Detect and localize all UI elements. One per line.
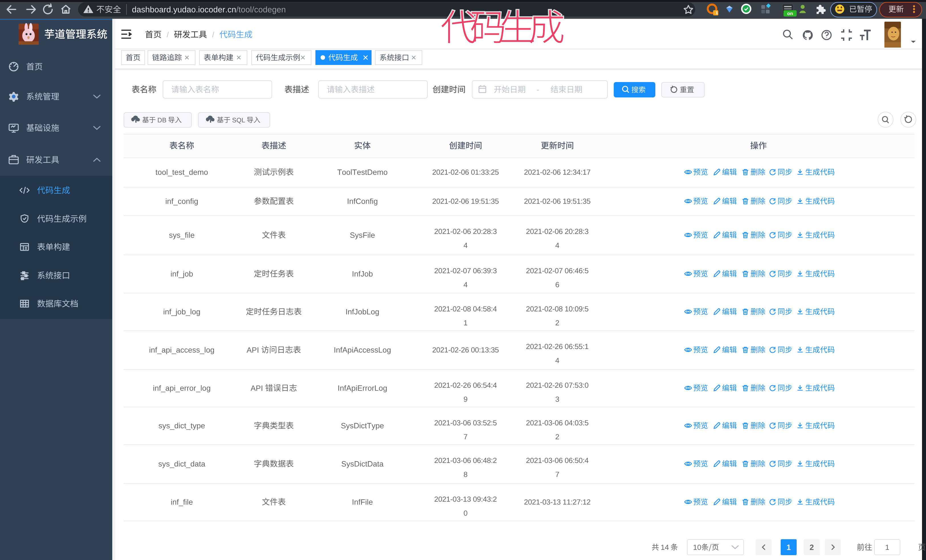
svg-text:on: on <box>787 11 793 16</box>
svg-text:1: 1 <box>716 11 718 15</box>
